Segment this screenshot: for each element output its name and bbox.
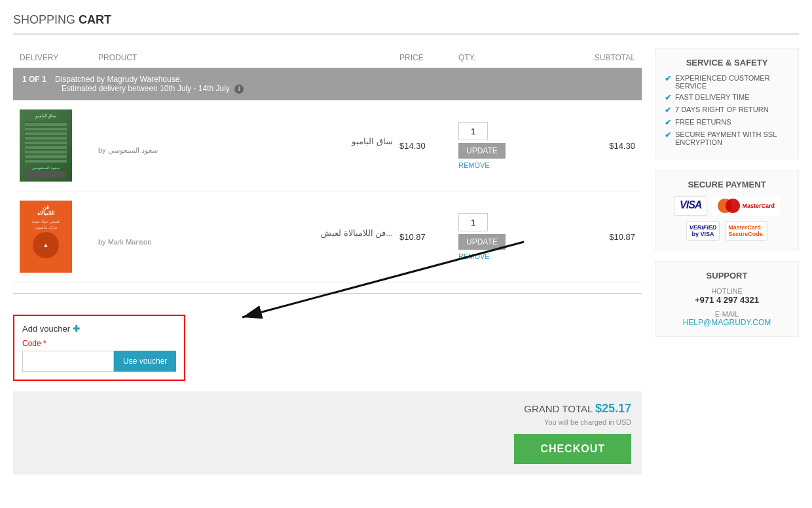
list-item: ✔ FAST DELIVERY TIME — [665, 93, 789, 102]
info-icon: i — [234, 85, 244, 94]
update-button-1[interactable]: UPDATE — [458, 143, 506, 159]
voucher-code-input[interactable] — [22, 351, 114, 372]
usd-note: You will be charged in USD — [24, 418, 631, 426]
hotline-value: +971 4 297 4321 — [665, 295, 789, 305]
mastercard-secure-logo: MasterCard. SecureCode. — [725, 221, 767, 241]
product-author-1: by سعود السنعوسي — [98, 146, 393, 155]
product-subtotal-1: $14.30 — [570, 141, 635, 151]
product-subtotal-2: $10.87 — [570, 232, 635, 242]
check-icon-5: ✔ — [665, 130, 671, 140]
check-icon-4: ✔ — [665, 118, 671, 127]
grand-total-amount: $25.17 — [595, 402, 631, 415]
voucher-plus-icon: ✚ — [73, 324, 80, 334]
qty-input-2[interactable] — [458, 213, 488, 231]
service-safety-box: SERVICE & SAFETY ✔ EXPERIENCED CUSTOMER … — [655, 48, 799, 159]
remove-button-2[interactable]: REMOVE — [458, 252, 490, 260]
table-row: فناللامبالاة لعيش حياة جيدة مارك مانسون … — [13, 191, 642, 283]
product-price-1: $14.30 — [399, 141, 452, 151]
grand-total-label: GRAND TOTAL — [524, 403, 593, 414]
grand-total-row: GRAND TOTAL $25.17 — [24, 402, 631, 416]
check-icon-3: ✔ — [665, 106, 671, 115]
payment-logos: VISA MasterCard — [665, 196, 789, 216]
payment-logos-2: VERIFIED by VISA MasterCard. SecureCode. — [665, 221, 789, 241]
dispatch-row: 1 OF 1 Dispatched by Magrudy Warehouse. … — [13, 68, 642, 100]
table-row: ساق البامبو سعود السنعوسي ساق البامبو by… — [13, 100, 642, 191]
visa-logo: VISA — [674, 196, 707, 216]
checkout-button[interactable]: CHECKOUT — [514, 434, 631, 464]
list-item: ✔ EXPERIENCED CUSTOMER SERVICE — [665, 74, 789, 90]
product-info-2: ...فن اللامبالاة لعيش by Mark Manson — [98, 228, 393, 246]
voucher-code-label: Code * — [22, 339, 176, 348]
col-delivery: DELIVERY — [20, 53, 92, 62]
dispatch-by: Dispatched by Magrudy Warehouse. — [55, 75, 182, 84]
sidebar: SERVICE & SAFETY ✔ EXPERIENCED CUSTOMER … — [655, 48, 799, 475]
required-asterisk: * — [43, 339, 46, 348]
col-subtotal: SUBTOTAL — [570, 53, 635, 62]
list-item: ✔ FREE RETURNS — [665, 118, 789, 127]
product-price-2: $10.87 — [399, 232, 452, 242]
email-label: E-MAIL — [665, 310, 789, 318]
mastercard-logo: MasterCard — [712, 196, 780, 216]
check-icon-1: ✔ — [665, 74, 671, 83]
secure-payment-box: SECURE PAYMENT VISA MasterCard VERIFIED … — [655, 170, 799, 250]
product-image-2: فناللامبالاة لعيش حياة جيدة مارك مانسون … — [20, 201, 72, 273]
product-image-1: ساق البامبو سعود السنعوسي — [20, 109, 72, 182]
service-items: ✔ EXPERIENCED CUSTOMER SERVICE ✔ FAST DE… — [665, 74, 789, 146]
voucher-input-row: Use voucher — [22, 351, 176, 372]
page-title: SHOPPING CART — [13, 13, 799, 35]
product-name-1: ساق البامبو — [98, 136, 393, 146]
hotline-label: HOTLINE — [665, 287, 789, 295]
support-title: SUPPORT — [665, 271, 789, 281]
product-name-2: ...فن اللامبالاة لعيش — [98, 228, 393, 238]
grand-total-section: GRAND TOTAL $25.17 You will be charged i… — [13, 391, 642, 475]
check-icon-2: ✔ — [665, 93, 671, 102]
cart-header: DELIVERY PRODUCT PRICE QTY. SUBTOTAL — [13, 48, 642, 68]
col-price: PRICE — [399, 53, 452, 62]
cart-section: DELIVERY PRODUCT PRICE QTY. SUBTOTAL 1 O… — [13, 48, 642, 475]
col-qty: QTY. — [458, 53, 563, 62]
col-product: PRODUCT — [98, 53, 393, 62]
qty-section-1: UPDATE REMOVE — [458, 122, 563, 169]
voucher-section: Add voucher ✚ Code * Use voucher — [13, 315, 185, 381]
dispatch-label: 1 OF 1 — [22, 75, 46, 84]
list-item: ✔ 7 DAYS RIGHT OF RETURN — [665, 106, 789, 115]
list-item: ✔ SECURE PAYMENT WITH SSL ENCRYPTION — [665, 130, 789, 146]
verified-visa-logo: VERIFIED by VISA — [686, 221, 720, 241]
remove-button-1[interactable]: REMOVE — [458, 161, 490, 169]
product-info-1: ساق البامبو by سعود السنعوسي — [98, 136, 393, 155]
service-title: SERVICE & SAFETY — [665, 58, 789, 68]
product-author-2: by Mark Manson — [98, 238, 393, 246]
annotation-wrapper: Add voucher ✚ Code * Use voucher — [13, 304, 642, 381]
qty-section-2: UPDATE REMOVE — [458, 213, 563, 260]
dispatch-estimated: Estimated delivery between 10th July - 1… — [22, 84, 230, 93]
support-box: SUPPORT HOTLINE +971 4 297 4321 E-MAIL H… — [655, 261, 799, 337]
qty-input-1[interactable] — [458, 122, 488, 140]
email-value: HELP@MAGRUDY.COM — [665, 318, 789, 327]
use-voucher-button[interactable]: Use voucher — [114, 351, 176, 372]
voucher-title: Add voucher ✚ — [22, 324, 176, 334]
update-button-2[interactable]: UPDATE — [458, 234, 506, 250]
payment-title: SECURE PAYMENT — [665, 180, 789, 189]
